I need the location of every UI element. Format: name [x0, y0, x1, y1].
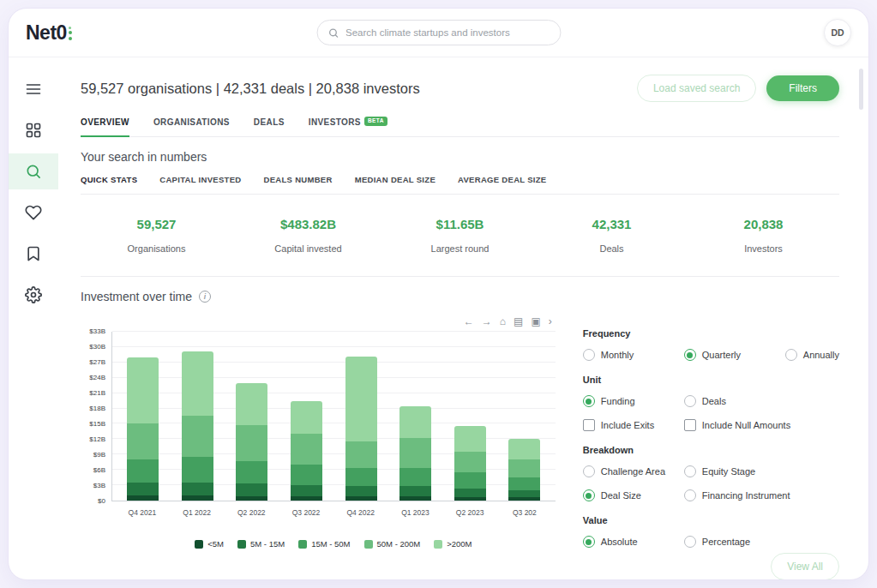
filters-button[interactable]: Filters [766, 75, 839, 101]
search-input[interactable] [345, 27, 550, 38]
bar-segment [127, 423, 159, 459]
bar-segment [182, 351, 213, 416]
sidebar-item-search[interactable] [9, 153, 58, 189]
app-window: Net0 DD [8, 8, 869, 580]
stat-value: $483.82B [232, 217, 384, 231]
radio-deal-size[interactable]: Deal Size [583, 489, 684, 501]
bookmark-icon [25, 245, 42, 262]
radio-funding[interactable]: Funding [583, 395, 684, 407]
radio-monthly[interactable]: Monthly [583, 349, 684, 361]
bar-segment [399, 438, 431, 468]
tab-investors[interactable]: INVESTORS BETA [309, 116, 387, 136]
tab-label: INVESTORS [309, 117, 361, 127]
checkbox-include-exits[interactable]: Include Exits [583, 419, 684, 431]
legend-label: 15M - 50M [311, 539, 350, 549]
bar-segment [182, 483, 213, 496]
bar-q1-2023[interactable] [388, 332, 443, 501]
radio-absolute[interactable]: Absolute [583, 536, 684, 548]
subtab-quick-stats[interactable]: QUICK STATS [81, 175, 137, 184]
scrollbar-thumb[interactable] [859, 69, 863, 110]
radio-challenge-area[interactable]: Challenge Area [583, 465, 684, 477]
stat-label: Deals [536, 243, 688, 254]
tab-organisations[interactable]: ORGANISATIONS [153, 116, 230, 136]
radio-equity-stage[interactable]: Equity Stage [684, 465, 839, 477]
bar-q3-2022[interactable] [279, 332, 334, 501]
bar-segment [236, 461, 267, 483]
tab-deals[interactable]: DEALS [254, 116, 285, 136]
checkbox-include-null-amounts[interactable]: Include Null Amounts [684, 419, 839, 431]
search-nav-icon [25, 163, 42, 180]
subtab-median-deal-size[interactable]: MEDIAN DEAL SIZE [355, 175, 435, 184]
tab-overview[interactable]: OVERVIEW [81, 116, 129, 137]
bar-q3-202[interactable] [497, 332, 552, 501]
load-saved-search-button[interactable]: Load saved search [637, 75, 756, 102]
sidebar-item-favorites[interactable] [9, 195, 58, 231]
subtab-average-deal-size[interactable]: AVERAGE DEAL SIZE [458, 175, 546, 184]
sidebar-item-saved[interactable] [9, 236, 58, 272]
bar-segment [127, 495, 159, 501]
info-icon[interactable]: i [199, 291, 211, 303]
export-image-icon[interactable]: ▣ [531, 316, 540, 327]
unit-options: Funding Deals Include Exits Include [583, 395, 839, 431]
radio-icon [684, 349, 696, 361]
stat-organisations: 59,527 Organisations [81, 217, 232, 254]
page-header: 59,527 organisations | 42,331 deals | 20… [81, 71, 839, 116]
view-all-button[interactable]: View All [771, 553, 839, 579]
bar-q2-2022[interactable] [225, 332, 279, 501]
radio-label: Financing Instrument [702, 490, 790, 501]
checkbox-label: Include Null Amounts [702, 420, 790, 430]
radio-icon [684, 536, 696, 548]
search-icon [327, 27, 339, 39]
bar-segment [127, 459, 159, 483]
sidebar-item-settings[interactable] [9, 277, 58, 313]
y-axis: $0$3B$6B$9B$12B$15B$18B$21B$24B$27B$30B$… [81, 332, 111, 501]
radio-annually[interactable]: Annually [785, 349, 839, 361]
bar-segment [454, 489, 486, 497]
radio-deals[interactable]: Deals [684, 395, 839, 407]
sidebar-item-dashboard[interactable] [9, 112, 58, 148]
radio-icon [583, 489, 595, 501]
sidebar [9, 57, 58, 579]
y-axis-label: $15B [89, 420, 105, 428]
y-axis-label: $3B [93, 482, 105, 489]
bar-q4-2021[interactable] [116, 332, 171, 501]
home-icon[interactable]: ⌂ [500, 316, 506, 327]
bar-segment [345, 357, 377, 441]
radio-label: Challenge Area [601, 466, 665, 477]
frequency-label: Frequency [583, 328, 839, 339]
pan-right-icon[interactable]: → [482, 316, 492, 327]
subtab-deals-number[interactable]: DEALS NUMBER [264, 175, 333, 184]
x-axis: Q4 2021Q1 2022Q2 2022Q3 2022Q4 2022Q1 20… [111, 501, 556, 517]
radio-quarterly[interactable]: Quarterly [684, 349, 785, 361]
bar-segment [182, 495, 213, 501]
bar-stack [399, 332, 431, 501]
radio-percentage[interactable]: Percentage [684, 536, 839, 548]
axes-view-icon[interactable]: ▤ [514, 316, 523, 327]
y-axis-label: $27B [89, 358, 105, 366]
bar-stack [508, 332, 540, 501]
radio-label: Annually [803, 350, 839, 360]
radio-label: Absolute [601, 537, 638, 547]
legend-item: <5M [195, 539, 224, 549]
stat-label: Organisations [81, 243, 232, 254]
menu-icon[interactable] [9, 71, 58, 107]
legend-swatch [364, 540, 373, 549]
legend-swatch [298, 540, 307, 549]
radio-financing-instrument[interactable]: Financing Instrument [684, 489, 839, 501]
bar-q1-2022[interactable] [171, 332, 225, 501]
global-search[interactable] [316, 20, 561, 45]
plot-area [111, 332, 556, 501]
bar-segment [236, 425, 267, 461]
radio-icon [583, 349, 595, 361]
y-axis-label: $18B [89, 405, 105, 412]
bar-q2-2023[interactable] [443, 332, 498, 501]
avatar[interactable]: DD [824, 19, 851, 46]
logo-text: Net0 [26, 21, 67, 45]
bar-q4-2022[interactable] [333, 332, 388, 501]
body-row: 59,527 organisations | 42,331 deals | 20… [9, 57, 868, 579]
app-logo[interactable]: Net0 [26, 21, 72, 45]
bar-segment [508, 490, 540, 497]
subtab-capital-invested[interactable]: CAPITAL INVESTED [159, 175, 241, 184]
expand-icon[interactable]: › [549, 316, 552, 327]
pan-left-icon[interactable]: ← [464, 316, 474, 327]
